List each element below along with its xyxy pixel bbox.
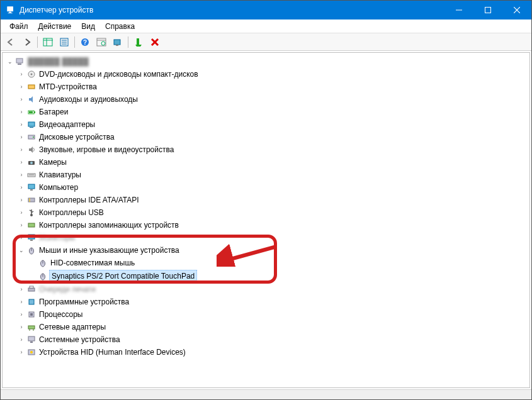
svg-rect-33 xyxy=(30,127,33,128)
tree-item-software[interactable]: ›Программные устройства xyxy=(18,296,526,308)
tree-label: Программные устройства xyxy=(38,296,130,308)
menubar: Файл Действие Вид Справка xyxy=(1,19,531,33)
svg-rect-0 xyxy=(8,7,13,11)
svg-rect-21 xyxy=(137,38,139,45)
minimize-button[interactable] xyxy=(444,1,473,19)
tree-label: Дисковые устройства xyxy=(38,131,116,143)
menu-file[interactable]: Файл xyxy=(4,21,33,32)
back-button[interactable] xyxy=(3,35,18,49)
mtd-icon xyxy=(26,82,37,92)
menu-view[interactable]: Вид xyxy=(76,21,100,32)
hid-icon xyxy=(26,347,37,357)
svg-point-37 xyxy=(30,162,33,164)
computer-icon xyxy=(15,57,25,67)
dvd-icon xyxy=(26,69,37,79)
expand-icon[interactable]: › xyxy=(18,96,25,103)
tree-item-mouse[interactable]: ⌄Мыши и иные указывающие устройства xyxy=(18,244,526,257)
expand-icon[interactable]: › xyxy=(18,298,25,306)
tree-item-audio[interactable]: ›Аудиовходы и аудиовыходы xyxy=(18,93,526,106)
device-tree-panel[interactable]: ⌄ ██████ █████ ›DVD-дисководы и дисковод… xyxy=(2,52,530,388)
tree-label: Мониторы xyxy=(38,232,76,243)
disk-icon xyxy=(26,132,37,142)
tree-label: Мыши и иные указывающие устройства xyxy=(38,245,181,256)
properties-button[interactable] xyxy=(57,35,72,49)
menu-action[interactable]: Действие xyxy=(33,21,77,32)
enable-button[interactable] xyxy=(131,35,146,49)
tree-label: Системные устройства xyxy=(38,334,122,345)
tree-label: DVD-дисководы и дисководы компакт-дисков xyxy=(38,69,200,80)
printer-icon xyxy=(26,284,37,294)
show-hide-tree-button[interactable] xyxy=(40,35,55,49)
help-button[interactable]: ? xyxy=(77,35,93,49)
tree-item-video[interactable]: ›Видеоадаптеры xyxy=(18,118,526,131)
expand-icon[interactable]: › xyxy=(18,286,25,293)
svg-rect-2 xyxy=(8,13,13,13)
tree-item-ide[interactable]: ›Контроллеры IDE ATA/ATAPI xyxy=(18,194,526,206)
expand-icon[interactable]: › xyxy=(18,209,25,216)
expand-icon[interactable]: › xyxy=(18,121,25,128)
tree-item-mtd[interactable]: ›MTD-устройства xyxy=(18,81,526,93)
expand-icon[interactable]: › xyxy=(18,146,25,153)
mouse-icon xyxy=(26,245,37,255)
expand-icon[interactable]: › xyxy=(18,70,25,78)
window-controls xyxy=(444,1,531,19)
menu-help[interactable]: Справка xyxy=(100,21,140,32)
tree-item-storage[interactable]: ›Контроллеры запоминающих устройств xyxy=(18,219,526,231)
expand-icon[interactable]: › xyxy=(18,158,25,166)
svg-rect-30 xyxy=(34,111,35,113)
tree-item-disk[interactable]: ›Дисковые устройства xyxy=(18,131,526,143)
tree-item-hid[interactable]: ›Устройства HID (Human Interface Devices… xyxy=(18,346,526,358)
root-label: ██████ █████ xyxy=(26,56,90,67)
expand-icon[interactable]: › xyxy=(18,336,25,343)
tree-item-computer[interactable]: ›Компьютер xyxy=(18,181,526,194)
svg-rect-47 xyxy=(28,235,35,239)
close-button[interactable] xyxy=(502,1,531,19)
tree-item-usb[interactable]: ›Контроллеры USB xyxy=(18,206,526,219)
expand-icon[interactable]: › xyxy=(18,83,25,91)
maximize-button[interactable] xyxy=(473,1,502,19)
computer-icon xyxy=(26,182,37,192)
camera-icon xyxy=(26,157,37,167)
tree-item-battery[interactable]: ›Батареи xyxy=(18,106,526,118)
tree-item-sound[interactable]: ›Звуковые, игровые и видеоустройства xyxy=(18,143,526,156)
keyboard-icon xyxy=(26,170,37,180)
update-driver-button[interactable] xyxy=(110,35,125,49)
root-node[interactable]: ⌄ ██████ █████ xyxy=(6,55,526,68)
expand-icon[interactable]: › xyxy=(18,108,25,116)
expand-icon[interactable]: › xyxy=(18,234,25,242)
expand-icon[interactable]: › xyxy=(18,311,25,318)
tree-item-synaptics-touchpad[interactable]: ›Synaptics PS/2 Port Compatible TouchPad xyxy=(29,269,526,283)
uninstall-button[interactable] xyxy=(147,35,162,49)
expand-icon[interactable]: › xyxy=(18,184,25,191)
tree-item-monitor[interactable]: ›Мониторы xyxy=(18,231,526,244)
expand-icon[interactable]: ⌄ xyxy=(18,247,25,254)
tree-item-system[interactable]: ›Системные устройства xyxy=(18,333,526,346)
expand-icon[interactable]: › xyxy=(18,171,25,179)
tree-label: Камеры xyxy=(38,157,68,168)
tree-item-network[interactable]: ›Сетевые адаптеры xyxy=(18,321,526,333)
scan-button[interactable] xyxy=(94,35,109,49)
mouse-icon xyxy=(38,258,48,268)
svg-rect-59 xyxy=(30,313,33,316)
tree-item-hid-mouse[interactable]: ›HID-совместимая мышь xyxy=(29,257,526,269)
tree-item-dvd[interactable]: ›DVD-дисководы и дисководы компакт-диско… xyxy=(18,68,526,81)
expand-icon[interactable]: › xyxy=(18,221,25,229)
expand-icon[interactable]: › xyxy=(18,323,25,331)
tree-item-camera[interactable]: ›Камеры xyxy=(18,156,526,169)
tree-item-keyboard[interactable]: ›Клавиатуры xyxy=(18,169,526,181)
titlebar: Диспетчер устройств xyxy=(1,1,531,19)
expand-icon[interactable]: ⌄ xyxy=(6,58,14,65)
tree-item-print[interactable]: ›Очереди печати xyxy=(18,283,526,296)
svg-rect-1 xyxy=(9,12,11,13)
expand-icon[interactable]: › xyxy=(18,133,25,141)
tree-item-cpu[interactable]: ›Процессоры xyxy=(18,308,526,321)
svg-rect-46 xyxy=(28,223,35,227)
tree-label: Устройства HID (Human Interface Devices) xyxy=(38,347,187,358)
expand-icon[interactable]: › xyxy=(18,196,25,204)
forward-button[interactable] xyxy=(20,35,35,49)
svg-point-35 xyxy=(33,136,34,138)
svg-rect-56 xyxy=(30,286,33,288)
expand-icon[interactable]: › xyxy=(18,348,25,356)
system-icon xyxy=(26,335,37,345)
window-title: Диспетчер устройств xyxy=(20,6,93,14)
